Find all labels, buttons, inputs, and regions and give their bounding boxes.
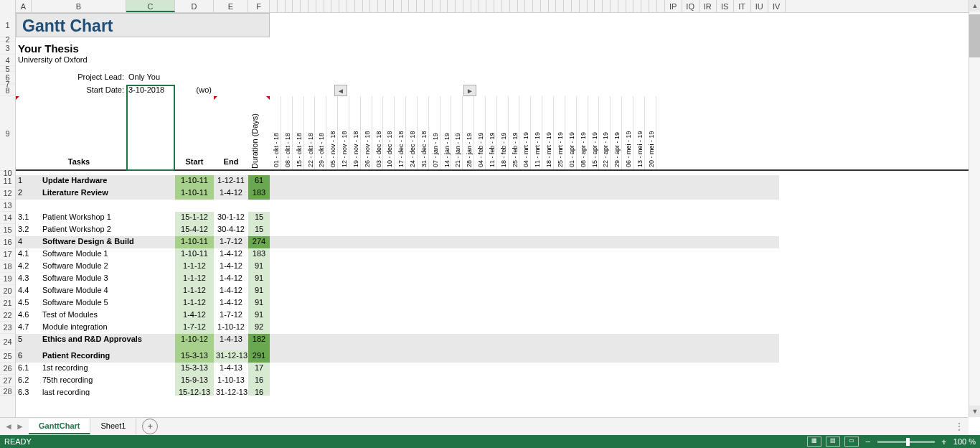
row-header-13[interactable]: 13 [0, 200, 15, 212]
col-header-IU[interactable]: IU [751, 0, 768, 12]
col-header-narrow[interactable] [572, 0, 580, 12]
col-header-narrow[interactable] [618, 0, 626, 12]
col-header-narrow[interactable] [486, 0, 494, 12]
col-header-narrow[interactable] [657, 0, 665, 12]
sheet-tab-ganttchart[interactable]: GanttChart [29, 419, 90, 434]
col-header-narrow[interactable] [409, 0, 417, 12]
col-header-narrow[interactable] [556, 0, 564, 12]
col-header-narrow[interactable] [378, 0, 386, 12]
col-header-narrow[interactable] [494, 0, 502, 12]
row-header-1[interactable]: 1 [0, 13, 15, 37]
col-header-narrow[interactable] [633, 0, 641, 12]
row-header-8[interactable]: 8 [0, 85, 15, 96]
col-header-narrow[interactable] [603, 0, 611, 12]
row-header-22[interactable]: 22 [0, 309, 15, 322]
col-header-narrow[interactable] [440, 0, 448, 12]
col-header-narrow[interactable] [293, 0, 301, 12]
col-header-narrow[interactable] [402, 0, 410, 12]
col-header-narrow[interactable] [339, 0, 347, 12]
col-header-narrow[interactable] [533, 0, 541, 12]
col-header-narrow[interactable] [525, 0, 533, 12]
row-header-17[interactable]: 17 [0, 248, 15, 261]
col-header-C[interactable]: C [126, 0, 175, 12]
col-header-narrow[interactable] [355, 0, 363, 12]
col-header-narrow[interactable] [394, 0, 402, 12]
col-header-narrow[interactable] [286, 0, 293, 12]
col-header-narrow[interactable] [549, 0, 557, 12]
col-header-narrow[interactable] [433, 0, 440, 12]
view-page-break-icon[interactable]: ▭ [844, 437, 859, 447]
col-header-D[interactable]: D [175, 0, 214, 12]
row-header-23[interactable]: 23 [0, 322, 15, 334]
scroll-up-icon[interactable]: ▲ [969, 0, 980, 11]
row-header-3[interactable]: 3 [0, 42, 15, 55]
row-header-5[interactable]: 5 [0, 66, 15, 72]
col-header-narrow[interactable] [301, 0, 308, 12]
col-header-B[interactable]: B [32, 0, 126, 12]
row-header-25[interactable]: 25 [0, 350, 15, 363]
col-header-IP[interactable]: IP [665, 0, 682, 12]
col-header-narrow[interactable] [448, 0, 456, 12]
col-header-narrow[interactable] [479, 0, 487, 12]
scroll-thumb[interactable] [969, 14, 980, 57]
row-header-27[interactable]: 27 [0, 375, 15, 387]
scroll-dates-right-button[interactable]: ► [463, 85, 476, 96]
scroll-dates-left-button[interactable]: ◄ [334, 85, 347, 96]
row-header-24[interactable]: 24 [0, 334, 15, 350]
tab-nav-next-icon[interactable]: ► [16, 421, 24, 431]
col-header-narrow[interactable] [270, 0, 278, 12]
row-header-20[interactable]: 20 [0, 285, 15, 297]
col-header-narrow[interactable] [471, 0, 479, 12]
col-header-narrow[interactable] [649, 0, 657, 12]
zoom-out-button[interactable]: − [863, 437, 873, 447]
tab-split-handle[interactable]: ⋮ [954, 421, 964, 432]
col-header-E[interactable]: E [214, 0, 248, 12]
row-header-26[interactable]: 26 [0, 363, 15, 375]
row-header-16[interactable]: 16 [0, 236, 15, 248]
col-header-narrow[interactable] [370, 0, 378, 12]
col-header-narrow[interactable] [324, 0, 332, 12]
col-header-narrow[interactable] [518, 0, 526, 12]
scroll-down-icon[interactable]: ▼ [969, 406, 980, 417]
col-header-IQ[interactable]: IQ [682, 0, 699, 12]
zoom-in-button[interactable]: + [939, 437, 949, 447]
col-header-A[interactable]: A [16, 0, 32, 12]
col-header-narrow[interactable] [331, 0, 339, 12]
row-header-28[interactable]: 28 [0, 387, 15, 396]
col-header-F[interactable]: F [248, 0, 270, 12]
row-header-18[interactable]: 18 [0, 261, 15, 273]
col-header-narrow[interactable] [541, 0, 549, 12]
col-header-narrow[interactable] [417, 0, 425, 12]
col-header-narrow[interactable] [363, 0, 371, 12]
row-header-15[interactable]: 15 [0, 224, 15, 236]
col-header-narrow[interactable] [386, 0, 394, 12]
col-header-narrow[interactable] [580, 0, 588, 12]
view-page-layout-icon[interactable]: ▤ [826, 437, 840, 447]
col-header-IT[interactable]: IT [734, 0, 751, 12]
col-header-IS[interactable]: IS [717, 0, 734, 12]
zoom-level[interactable]: 100 % [953, 437, 976, 446]
tab-nav-prev-icon[interactable]: ◄ [4, 421, 13, 431]
col-header-narrow[interactable] [278, 0, 286, 12]
view-normal-icon[interactable]: ▦ [807, 437, 821, 447]
row-header-12[interactable]: 12 [0, 187, 15, 200]
row-header-14[interactable]: 14 [0, 212, 15, 224]
select-all-corner[interactable] [0, 0, 16, 13]
col-header-narrow[interactable] [510, 0, 518, 12]
sheet-tab-sheet1[interactable]: Sheet1 [90, 419, 136, 434]
col-header-narrow[interactable] [502, 0, 510, 12]
col-header-narrow[interactable] [425, 0, 433, 12]
col-header-narrow[interactable] [456, 0, 463, 12]
col-header-narrow[interactable] [564, 0, 572, 12]
row-header-11[interactable]: 11 [0, 175, 15, 187]
col-header-narrow[interactable] [588, 0, 595, 12]
vertical-scrollbar[interactable]: ▲ ▼ [969, 0, 980, 417]
col-header-IR[interactable]: IR [699, 0, 717, 12]
zoom-slider[interactable] [877, 441, 935, 443]
add-sheet-button[interactable]: + [142, 419, 158, 434]
col-header-narrow[interactable] [595, 0, 603, 12]
col-header-narrow[interactable] [347, 0, 355, 12]
col-header-narrow[interactable] [308, 0, 316, 12]
row-header-19[interactable]: 19 [0, 273, 15, 285]
cell-grid[interactable]: Gantt ChartYour ThesisUniversity of Oxfo… [16, 13, 969, 417]
